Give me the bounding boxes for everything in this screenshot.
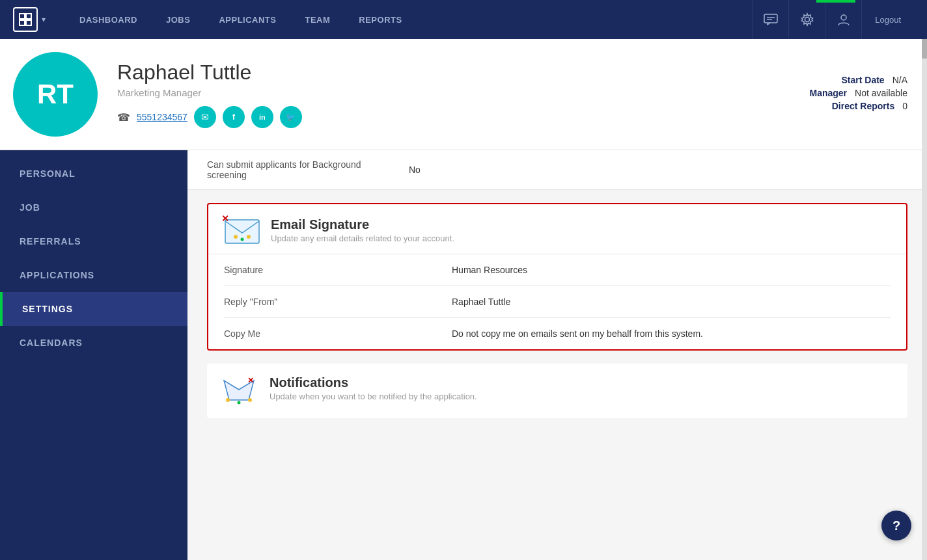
sidebar-item-job[interactable]: JOB [0, 191, 187, 224]
progress-bar [816, 0, 855, 3]
main-layout: PERSONAL JOB REFERRALS APPLICATIONS SETT… [0, 150, 927, 560]
dropdown-icon: ▾ [42, 15, 46, 24]
svg-point-12 [247, 235, 251, 239]
sidebar-item-referrals[interactable]: REFERRALS [0, 224, 187, 258]
sidebar: PERSONAL JOB REFERRALS APPLICATIONS SETT… [0, 150, 187, 560]
svg-point-16 [248, 398, 252, 402]
top-nav: ▾ DASHBOARD JOBS APPLICANTS TEAM REPORTS [0, 0, 927, 39]
avatar: RT [13, 52, 98, 137]
copy-me-row: Copy Me Do not copy me on emails sent on… [224, 318, 891, 349]
svg-rect-2 [20, 20, 25, 25]
phone-link[interactable]: 5551234567 [137, 112, 187, 122]
phone-icon: ☎ [117, 111, 130, 124]
notifications-icon: ✕ [223, 375, 259, 407]
card-title-area: Email Signature Update any email details… [271, 217, 454, 243]
settings-icon-button[interactable] [788, 0, 825, 39]
reply-from-value: Raphael Tuttle [452, 297, 891, 307]
svg-point-15 [238, 401, 241, 405]
nav-links: DASHBOARD JOBS APPLICANTS TEAM REPORTS [65, 0, 752, 39]
notifications-title: Notifications [270, 375, 477, 390]
copy-me-value: Do not copy me on emails sent on my beha… [452, 328, 891, 339]
card-body: Signature Human Resources Reply "From" R… [208, 254, 906, 349]
nav-jobs[interactable]: JOBS [152, 0, 204, 39]
profile-title: Marketing Manager [117, 87, 790, 98]
sidebar-item-calendars[interactable]: CALENDARS [0, 326, 187, 360]
svg-rect-3 [26, 20, 31, 25]
profile-header: RT Raphael Tuttle Marketing Manager ☎ 55… [0, 39, 927, 150]
scrollbar-thumb[interactable] [922, 39, 927, 59]
copy-me-label: Copy Me [224, 328, 432, 339]
notifications-subtitle: Update when you want to be notified by t… [270, 392, 477, 401]
signature-row: Signature Human Resources [224, 254, 891, 286]
svg-point-14 [226, 398, 230, 402]
chat-icon-button[interactable] [752, 0, 788, 39]
profile-contacts: ☎ 5551234567 ✉ f in 🐦 [117, 106, 790, 128]
svg-rect-4 [764, 14, 777, 23]
manager-value: Not available [855, 88, 907, 98]
nav-right: Logout [752, 0, 914, 39]
card-header: ✕ Email Signature Update any email detai… [208, 204, 906, 254]
signature-label: Signature [224, 265, 432, 275]
reply-from-label: Reply "From" [224, 297, 432, 307]
svg-point-11 [241, 238, 244, 241]
notifications-text: Notifications Update when you want to be… [270, 375, 477, 401]
logout-button[interactable]: Logout [861, 0, 914, 39]
svg-point-8 [841, 15, 846, 20]
notifications-section: ✕ Notifications Update when you want to … [207, 364, 907, 418]
reply-from-row: Reply "From" Raphael Tuttle [224, 286, 891, 318]
signature-value: Human Resources [452, 265, 891, 275]
direct-reports-label: Direct Reports [832, 101, 894, 111]
direct-reports-value: 0 [902, 101, 907, 111]
nav-dashboard[interactable]: DASHBOARD [65, 0, 152, 39]
manager-label: Manager [809, 88, 847, 98]
linkedin-icon[interactable]: in [251, 106, 273, 128]
svg-text:✕: ✕ [247, 376, 254, 385]
svg-rect-0 [20, 14, 25, 19]
bg-check-row: Can submit applicants for Background scr… [187, 150, 927, 190]
email-signature-title: Email Signature [271, 217, 454, 232]
scrollbar[interactable] [922, 39, 927, 560]
profile-name: Raphael Tuttle [117, 60, 790, 85]
email-signature-card: ✕ Email Signature Update any email detai… [207, 203, 907, 351]
sidebar-item-settings[interactable]: SETTINGS [0, 292, 187, 326]
x-mark-icon: ✕ [221, 213, 229, 224]
facebook-icon[interactable]: f [223, 106, 245, 128]
logo-box [13, 7, 38, 32]
profile-icon-button[interactable] [825, 0, 861, 39]
help-button[interactable]: ? [881, 511, 911, 540]
svg-point-7 [805, 18, 809, 22]
email-contact-icon[interactable]: ✉ [194, 106, 216, 128]
bg-check-label: Can submit applicants for Background scr… [207, 159, 389, 180]
profile-meta: Start Date N/A Manager Not available Dir… [809, 75, 907, 114]
logo[interactable]: ▾ [13, 7, 46, 32]
sidebar-item-personal[interactable]: PERSONAL [0, 157, 187, 191]
sidebar-item-applications[interactable]: APPLICATIONS [0, 258, 187, 292]
nav-reports[interactable]: REPORTS [344, 0, 416, 39]
nav-team[interactable]: TEAM [290, 0, 344, 39]
svg-point-10 [234, 235, 238, 239]
bg-check-value: No [409, 165, 421, 175]
profile-info: Raphael Tuttle Marketing Manager ☎ 55512… [117, 60, 790, 128]
nav-applicants[interactable]: APPLICANTS [204, 0, 290, 39]
twitter-icon[interactable]: 🐦 [280, 106, 302, 128]
main-content: Can submit applicants for Background scr… [187, 150, 927, 560]
svg-rect-1 [26, 14, 31, 19]
email-signature-subtitle: Update any email details related to your… [271, 233, 454, 243]
email-signature-icon: ✕ [224, 216, 260, 245]
start-date-value: N/A [892, 75, 907, 85]
start-date-label: Start Date [842, 75, 885, 85]
